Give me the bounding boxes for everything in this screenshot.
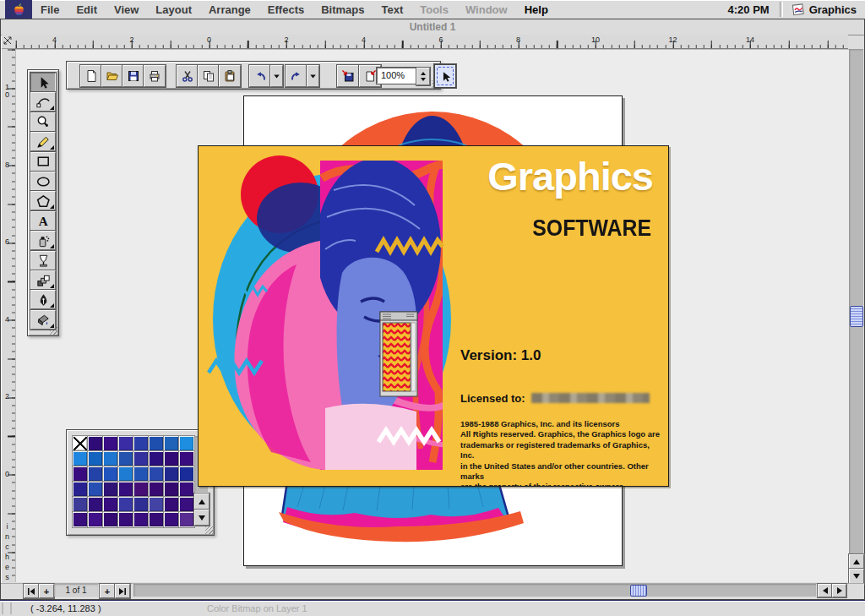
color-swatch[interactable] (118, 497, 133, 512)
color-swatch[interactable] (133, 466, 149, 482)
add-page-before-button[interactable]: + (39, 584, 54, 598)
swatch-none[interactable] (73, 436, 88, 451)
horizontal-scroll-thumb[interactable] (630, 585, 647, 597)
copy-button[interactable] (198, 65, 220, 87)
color-swatch[interactable] (179, 482, 194, 497)
color-swatch[interactable] (88, 466, 103, 482)
shape-edit-tool[interactable] (30, 92, 56, 112)
pen-tool[interactable] (30, 290, 56, 309)
color-swatch[interactable] (179, 436, 194, 451)
dropper-tool[interactable] (30, 251, 56, 270)
color-swatch[interactable] (103, 482, 118, 497)
vertical-scroll-thumb[interactable] (850, 306, 863, 327)
open-button[interactable] (101, 65, 123, 87)
text-tool[interactable]: A (30, 211, 56, 231)
color-swatch[interactable] (118, 466, 133, 482)
apple-menu[interactable] (5, 0, 32, 19)
menu-view[interactable]: View (106, 3, 147, 16)
color-swatch[interactable] (149, 436, 164, 451)
color-swatch[interactable] (118, 451, 133, 466)
zoom-level-field[interactable]: 100% (377, 68, 417, 84)
color-swatch[interactable] (164, 497, 179, 512)
first-page-button[interactable] (24, 584, 39, 598)
color-swatch[interactable] (149, 497, 164, 512)
color-swatch[interactable] (118, 482, 133, 497)
menu-arrange[interactable]: Arrange (200, 3, 259, 16)
save-button[interactable] (122, 65, 144, 87)
color-swatch[interactable] (118, 436, 133, 451)
color-swatch[interactable] (149, 482, 164, 497)
color-swatch[interactable] (164, 482, 179, 497)
zoom-tool[interactable] (30, 112, 56, 132)
color-swatch[interactable] (179, 466, 194, 482)
cut-button[interactable] (177, 65, 199, 87)
color-swatch[interactable] (88, 482, 103, 497)
color-swatch[interactable] (164, 436, 179, 451)
menu-effects[interactable]: Effects (259, 3, 313, 16)
fill-tool[interactable] (30, 310, 56, 330)
redo-dropdown[interactable] (307, 65, 319, 87)
color-swatch[interactable] (103, 512, 118, 527)
color-swatch[interactable] (179, 497, 194, 512)
vertical-scrollbar[interactable] (849, 49, 863, 553)
color-swatch[interactable] (88, 436, 103, 451)
spray-tool[interactable] (30, 231, 56, 250)
import-button[interactable] (337, 65, 359, 87)
color-swatch[interactable] (73, 512, 88, 527)
menu-help[interactable]: Help (516, 3, 557, 16)
color-swatch[interactable] (103, 497, 118, 512)
zoom-stepper[interactable] (416, 68, 430, 85)
new-button[interactable] (80, 65, 102, 87)
color-swatch[interactable] (103, 466, 118, 482)
color-swatch[interactable] (133, 451, 149, 466)
color-swatch[interactable] (149, 512, 164, 527)
outline-tool[interactable] (30, 270, 56, 290)
color-swatch[interactable] (118, 512, 133, 527)
color-swatch[interactable] (103, 436, 118, 451)
color-swatch[interactable] (179, 451, 194, 466)
print-button[interactable] (144, 65, 166, 87)
redo-button[interactable] (286, 65, 307, 87)
color-swatch[interactable] (133, 512, 149, 527)
menu-edit[interactable]: Edit (68, 3, 106, 16)
color-swatch[interactable] (88, 497, 103, 512)
pick-mode-toggle[interactable] (434, 64, 456, 88)
color-swatch[interactable] (164, 466, 179, 482)
color-swatch[interactable] (179, 512, 194, 527)
ruler-origin-button[interactable] (2, 35, 16, 49)
undo-dropdown[interactable] (270, 65, 283, 87)
vertical-ruler[interactable]: 1086420inches (2, 49, 16, 582)
color-swatch[interactable] (164, 451, 179, 466)
color-swatch[interactable] (149, 451, 164, 466)
horizontal-scroll-left-button[interactable] (818, 584, 832, 597)
window-title-bar[interactable]: Untitled 1 (1, 19, 864, 35)
horizontal-ruler[interactable]: 4202468101214 (15, 35, 848, 49)
color-swatch[interactable] (133, 497, 149, 512)
color-swatch[interactable] (103, 451, 118, 466)
paste-button[interactable] (219, 65, 241, 87)
ellipse-tool[interactable] (30, 172, 56, 191)
color-swatch[interactable] (73, 497, 88, 512)
menu-text[interactable]: Text (373, 3, 412, 16)
menu-bitmaps[interactable]: Bitmaps (313, 3, 373, 16)
vertical-scroll-down-button[interactable] (849, 569, 864, 584)
color-swatch[interactable] (133, 436, 149, 451)
color-swatch[interactable] (133, 482, 149, 497)
color-swatch[interactable] (73, 482, 88, 497)
rectangle-tool[interactable] (30, 152, 56, 172)
menu-file[interactable]: File (32, 3, 68, 16)
polygon-tool[interactable] (30, 191, 56, 210)
add-page-after-button[interactable]: + (100, 584, 115, 598)
pick-tool[interactable] (30, 73, 56, 92)
last-page-button[interactable] (115, 584, 130, 598)
palette-scroll-down-button[interactable] (194, 510, 209, 526)
palette-resize-grip[interactable] (205, 526, 213, 534)
color-swatch[interactable] (88, 512, 103, 527)
palette-scroll-up-button[interactable] (194, 493, 209, 510)
horizontal-scrollbar[interactable] (133, 584, 816, 597)
horizontal-scroll-right-button[interactable] (832, 584, 846, 597)
color-swatch[interactable] (73, 466, 88, 482)
color-swatch[interactable] (149, 466, 164, 482)
menu-layout[interactable]: Layout (147, 3, 200, 16)
color-swatch[interactable] (73, 451, 88, 466)
